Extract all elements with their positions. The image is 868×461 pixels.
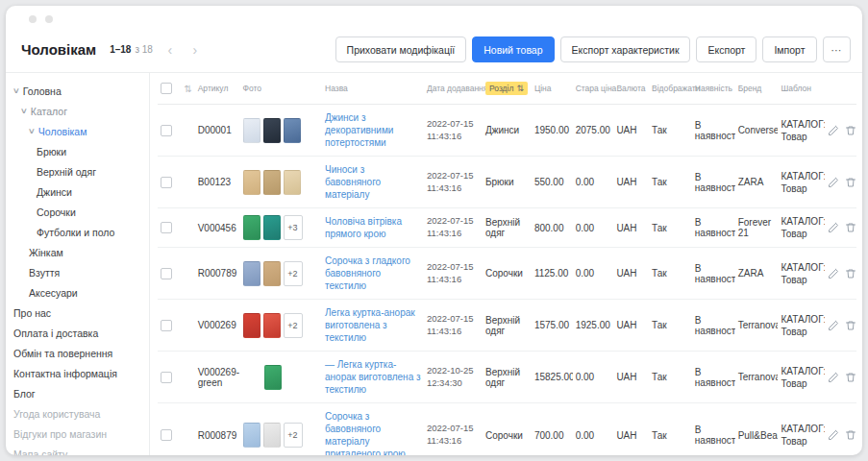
product-photo [263,215,281,240]
sidebar-item[interactable]: Аксесуари [13,282,149,303]
product-name-link[interactable]: Сорочка з бавовняного матеріалу притален… [325,410,421,455]
sidebar-item[interactable]: Брюки [13,141,149,161]
product-photo [263,261,281,286]
row-checkbox[interactable] [161,372,172,383]
import-button[interactable]: Імпорт [762,36,816,62]
row-checkbox[interactable] [161,429,172,441]
delete-icon[interactable] [845,222,856,233]
window-control-dot[interactable] [29,15,37,23]
column-header-date[interactable]: Дата додавання [424,73,483,105]
sort-icon[interactable]: ⇅ [516,84,524,93]
hide-modifications-button[interactable]: Приховати модифікації [335,36,467,62]
section-header-label: Розділ [489,84,513,93]
sidebar-item[interactable]: Сорочки [13,202,149,222]
column-header-section[interactable]: Розділ ⇅ [483,73,532,105]
column-header-old-price[interactable]: Стара ціна [573,73,614,105]
edit-icon[interactable] [828,222,839,233]
product-name-link[interactable]: Сорочка з гладкого бавовняного текстилю [325,255,421,292]
pagination-next-button[interactable]: › [186,39,205,61]
currency-cell: UAH [613,105,649,157]
product-name-link[interactable]: Джинси з декоративними потертостями [325,111,421,149]
column-header-sku[interactable]: Артикул [195,73,240,105]
sidebar-item[interactable]: Мапа сайту [13,444,149,455]
pagination: 1–18 з 18 [110,44,153,55]
row-checkbox[interactable] [161,320,172,331]
table-row: B00123Чиноси з бавовняного матеріалу2022… [158,157,856,208]
product-name-link[interactable]: Чиноси з бавовняного матеріалу [325,163,421,201]
delete-icon[interactable] [845,268,856,279]
delete-icon[interactable] [845,429,856,441]
sidebar-item[interactable]: Футболки и поло [13,222,149,242]
sidebar-item[interactable]: Відгуки про магазин [13,424,149,444]
row-checkbox[interactable] [161,268,172,279]
sidebar-item[interactable]: Про нас [13,303,149,323]
more-actions-button[interactable]: ⋯ [823,36,852,62]
chevron-down-icon[interactable]: ∨ [28,127,36,135]
edit-icon[interactable] [828,268,839,279]
product-name-link[interactable]: — Легка куртка-анорак виготовлена з текс… [325,358,421,396]
column-header-photo: Фото [240,73,323,105]
sidebar-item[interactable]: ∨Чоловікам [13,121,149,141]
export-button[interactable]: Експорт [696,36,756,62]
column-header-brand[interactable]: Бренд [735,73,779,105]
more-photos-badge[interactable]: +2 [284,423,303,448]
sidebar-item-label: Джинси [37,186,72,198]
section-header-highlight[interactable]: Розділ ⇅ [485,82,528,95]
sidebar-item[interactable]: Контактна інформація [13,363,149,383]
date-cell: 2022-07-1511:43:16 [424,105,483,157]
delete-icon[interactable] [845,125,856,136]
select-all-checkbox[interactable] [161,83,172,94]
pagination-prev-button[interactable]: ‹ [161,39,180,61]
sidebar-item[interactable]: ∨Каталог [13,101,149,121]
column-header-price[interactable]: Ціна [532,73,573,105]
column-header-name[interactable]: Назва [322,73,424,105]
edit-icon[interactable] [828,372,839,383]
sidebar-item-label: Обмін та повернення [13,348,112,359]
currency-cell: UAH [613,300,649,352]
sidebar-item[interactable]: Жінкам [13,242,149,262]
price-cell: 700.00 [532,403,573,456]
section-cell: Верхній одяг [483,300,532,352]
delete-icon[interactable] [845,320,856,331]
sku-cell: D00001 [195,105,240,157]
window-control-dot[interactable] [45,15,53,23]
column-header-display[interactable]: Відображати [649,73,692,105]
photo-cell: +2 [243,313,320,338]
product-name-link[interactable]: Чоловіча вітрівка прямого крою [325,215,421,240]
sidebar-item[interactable]: Угода користувача [13,403,149,424]
more-photos-badge[interactable]: +3 [284,215,303,240]
sidebar-item[interactable]: Верхній одяг [13,161,149,182]
more-photos-badge[interactable]: +2 [284,261,303,286]
new-product-button[interactable]: Новий товар [472,36,554,62]
chevron-down-icon[interactable]: ∨ [13,86,20,95]
column-header-availability[interactable]: Наявність [692,73,735,105]
edit-icon[interactable] [828,177,839,188]
delete-icon[interactable] [845,372,856,383]
date-cell: 2022-10-2512:34:30 [424,352,483,403]
row-checkbox[interactable] [161,222,172,233]
sidebar-item[interactable]: Обмін та повернення [13,343,149,363]
column-header-currency[interactable]: Валюта [613,73,649,105]
delete-icon[interactable] [845,177,856,188]
reorder-icon[interactable]: ⇅ [184,84,191,94]
sidebar-item-label: Аксесуари [29,287,78,299]
sidebar-item[interactable]: Блог [13,383,149,403]
edit-icon[interactable] [828,429,839,441]
display-cell: Так [649,208,692,248]
edit-icon[interactable] [828,320,839,331]
export-characteristics-button[interactable]: Експорт характеристик [560,36,691,62]
chevron-down-icon[interactable]: ∨ [20,107,28,115]
sidebar-item[interactable]: Взуття [13,262,149,282]
edit-icon[interactable] [828,125,839,136]
product-name-link[interactable]: Легка куртка-анорак виготовлена з тексти… [325,306,421,344]
row-checkbox[interactable] [161,125,172,136]
table-row: D00001Джинси з декоративними потертостям… [158,105,856,157]
sidebar-item[interactable]: Оплата і доставка [13,323,149,343]
more-photos-badge[interactable]: +2 [284,313,303,338]
row-checkbox[interactable] [161,177,172,188]
sidebar-item[interactable]: ∨Головна [13,81,149,101]
main-content: ∨Головна∨Каталог∨ЧоловікамБрюкиВерхній о… [6,72,862,455]
sidebar-item[interactable]: Джинси [13,182,149,202]
column-header-template[interactable]: Шаблон [778,73,825,105]
availability-cell: В наявності [692,157,735,208]
